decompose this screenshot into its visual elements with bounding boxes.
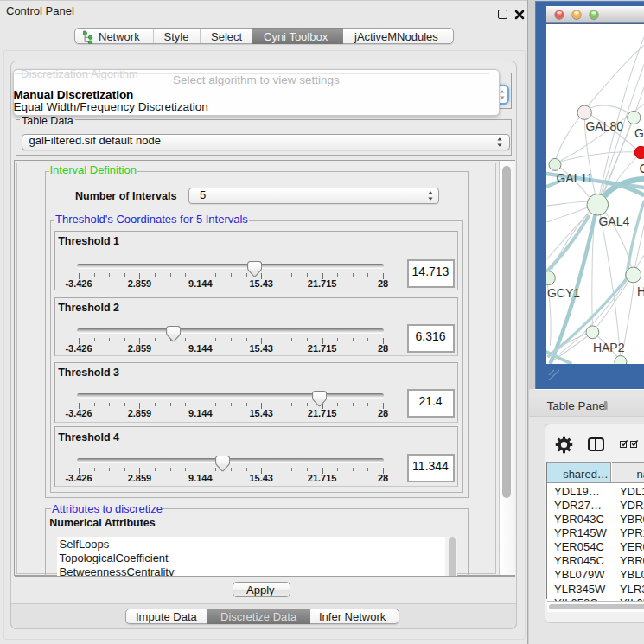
svg-text:H: H — [636, 284, 643, 298]
svg-text:GAL11: GAL11 — [556, 171, 593, 185]
svg-text:GAL: GAL — [634, 126, 643, 140]
svg-text:HAP2: HAP2 — [592, 341, 624, 354]
svg-text:GAL80: GAL80 — [585, 119, 623, 133]
svg-text:GAL4: GAL4 — [598, 214, 629, 228]
svg-text:GCY1: GCY1 — [546, 286, 579, 300]
svg-text:C: C — [639, 162, 644, 175]
